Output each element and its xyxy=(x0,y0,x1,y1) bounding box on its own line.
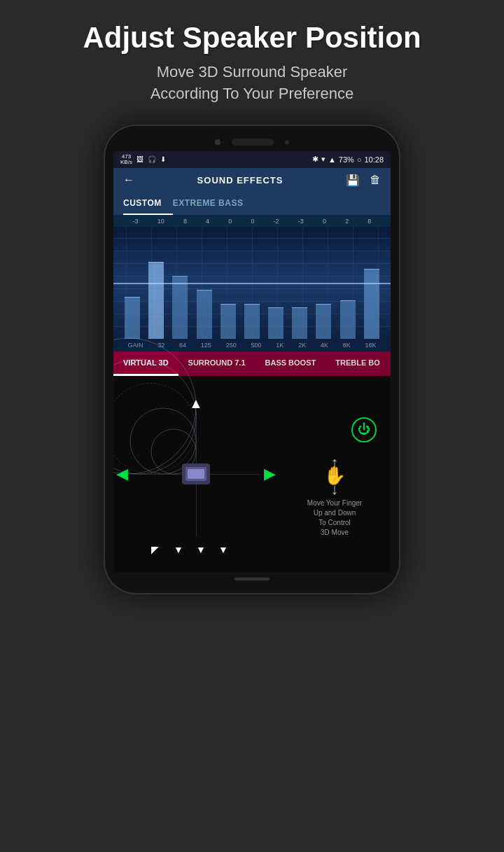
virtual3d-controls: ⏻ ↑ ✋ ↓ Move Your Finger Up and Down To … xyxy=(279,376,391,572)
status-left: 473 KB/s 🖼 🎧 ⬇ xyxy=(120,154,166,165)
status-right: ✱ ▾ ▲ 73% ○ 10:28 xyxy=(312,155,384,164)
updown-arrow-icon: ↑ ✋ ↓ xyxy=(323,456,346,496)
signal-icon: ▲ xyxy=(328,155,336,164)
camera-dot xyxy=(215,139,220,145)
gesture-area: ↑ ✋ ↓ Move Your Finger Up and Down To Co… xyxy=(307,456,362,538)
virtual3d-section: ▲ ◀ ▶ ◤ ▼ ▼ ▼ ⏻ ↑ ✋ ↓ xyxy=(113,376,391,572)
tabs-bar: CUSTOM EXTREME BASS xyxy=(113,193,391,216)
speaker-diagram[interactable]: ▲ ◀ ▶ ◤ ▼ ▼ ▼ xyxy=(126,404,266,544)
nav-action-icons: 💾 🗑 xyxy=(346,174,381,187)
status-bar: 473 KB/s 🖼 🎧 ⬇ ✱ ▾ ▲ 73% ○ 10:28 xyxy=(113,151,391,168)
save-button[interactable]: 💾 xyxy=(346,174,360,187)
back-button[interactable]: ← xyxy=(123,174,134,186)
page-title: Adjust Speaker Position xyxy=(83,21,421,55)
tab-surround71[interactable]: SURROUND 7.1 xyxy=(178,351,255,376)
nav-title: SOUND EFFECTS xyxy=(197,175,284,186)
speaker-bot-4: ▼ xyxy=(218,544,228,555)
power-button[interactable]: ⏻ xyxy=(351,417,377,442)
speaker-grille xyxy=(232,139,274,146)
sensor-dot xyxy=(285,140,289,144)
phone-top-bar xyxy=(113,139,391,146)
delete-button[interactable]: 🗑 xyxy=(370,174,381,187)
speaker-bot-3: ▼ xyxy=(196,544,206,555)
phone-screen: 473 KB/s 🖼 🎧 ⬇ ✱ ▾ ▲ 73% ○ 10:28 ← SOUND… xyxy=(113,151,391,572)
tab-custom[interactable]: CUSTOM xyxy=(123,193,173,215)
nav-bar: ← SOUND EFFECTS 💾 🗑 xyxy=(113,168,391,193)
speed-indicator: 473 KB/s xyxy=(120,154,132,165)
eq-visualizer[interactable] xyxy=(113,227,391,339)
speaker-bot-2: ▼ xyxy=(174,544,183,555)
speaker-left: ◀ xyxy=(116,465,128,483)
download-icon: ⬇ xyxy=(160,155,166,163)
eq-center-line xyxy=(113,283,391,284)
tab-bass-boost[interactable]: BASS BOOST xyxy=(255,351,326,376)
speaker-diagram-container[interactable]: ▲ ◀ ▶ ◤ ▼ ▼ ▼ xyxy=(113,376,279,572)
page-subtitle: Move 3D Surround Speaker According To Yo… xyxy=(150,62,354,105)
phone-shell: 473 KB/s 🖼 🎧 ⬇ ✱ ▾ ▲ 73% ○ 10:28 ← SOUND… xyxy=(105,126,399,593)
bluetooth-icon: ✱ xyxy=(312,155,318,164)
eq-numbers: -3 10 8 4 0 0 -2 -3 0 2 8 xyxy=(113,216,391,227)
image-icon: 🖼 xyxy=(136,155,144,163)
tab-treble-boost[interactable]: TREBLE BO xyxy=(326,351,390,376)
center-device-icon xyxy=(182,463,210,484)
headphone-icon: 🎧 xyxy=(148,155,156,163)
clock: 10:28 xyxy=(364,155,384,164)
wifi-icon: ▾ xyxy=(321,155,326,164)
battery-icon: ○ xyxy=(357,155,362,164)
gesture-instruction: Move Your Finger Up and Down To Control … xyxy=(307,498,362,538)
speaker-right: ▶ xyxy=(264,465,276,483)
home-indicator xyxy=(234,578,270,580)
speaker-bot-1: ◤ xyxy=(151,544,159,555)
phone-bottom-bar xyxy=(113,578,391,580)
battery-level: 73% xyxy=(339,155,354,164)
tab-extreme-bass[interactable]: EXTREME BASS xyxy=(173,193,255,215)
speaker-top: ▲ xyxy=(189,396,203,412)
